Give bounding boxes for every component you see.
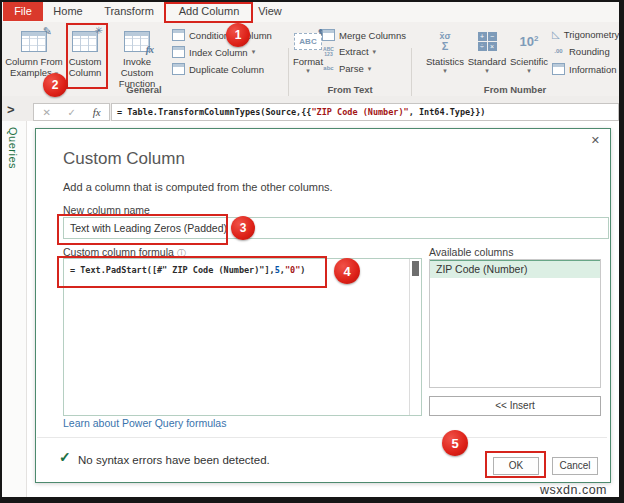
tab-home[interactable]: Home — [48, 2, 88, 21]
statistics-sigma-icon: x̄σΣ — [439, 31, 450, 52]
close-icon[interactable]: ✕ — [591, 134, 600, 147]
rounding-button[interactable]: .00 Rounding — [552, 46, 610, 57]
duplicate-column-icon — [172, 63, 185, 75]
extract-abc123-icon: ABC123 — [322, 47, 335, 57]
standard-operators-icon: +−÷× — [478, 32, 497, 51]
button-label: Format — [293, 56, 323, 67]
invoke-custom-function-button[interactable]: fx Invoke Custom Function — [106, 26, 168, 89]
learn-formulas-link[interactable]: Learn about Power Query formulas — [63, 417, 226, 429]
dialog-title: Custom Column — [63, 149, 185, 169]
annotation-box-custom-column-button — [66, 23, 108, 89]
conditional-column-icon — [172, 29, 185, 41]
no-error-check-icon: ✓ — [59, 449, 71, 465]
duplicate-column-button[interactable]: Duplicate Column — [172, 63, 264, 75]
annotation-box-add-column-tab — [164, 2, 253, 23]
button-label: Scientific — [510, 56, 548, 67]
custom-column-dialog: ✕ Custom Column Add a column that is com… — [35, 128, 611, 483]
trigonometry-icon: ◺ — [552, 30, 560, 40]
commit-formula-icon[interactable]: ✓ — [68, 107, 76, 118]
step-badge-1: 1 — [226, 23, 250, 47]
step-badge-3: 3 — [231, 216, 255, 240]
parse-button[interactable]: abc Parse ▾ — [322, 63, 371, 74]
frame-border — [0, 0, 2, 503]
step-badge-2: 2 — [43, 73, 67, 97]
information-icon — [552, 63, 565, 75]
insert-button[interactable]: << Insert — [429, 396, 601, 416]
information-button[interactable]: Information — [552, 63, 617, 75]
table-fx-icon: fx — [124, 31, 150, 52]
step-badge-4: 4 — [334, 258, 360, 284]
fx-icon: fx — [93, 106, 101, 118]
frame-border — [619, 0, 624, 503]
frame-border — [0, 0, 624, 2]
tab-view[interactable]: View — [252, 2, 288, 21]
expand-pane-chevron-icon[interactable]: > — [7, 102, 15, 117]
group-label-from-text: From Text — [292, 84, 408, 95]
index-column-icon — [172, 46, 185, 58]
available-columns-label: Available columns — [429, 246, 513, 258]
dropdown-arrow-icon: ▾ — [373, 48, 377, 56]
ten-squared-icon: 102 — [520, 32, 539, 49]
queries-pane-title: Queries — [7, 127, 19, 169]
cancel-button[interactable]: Cancel — [552, 457, 598, 475]
annotation-box-formula — [57, 256, 327, 288]
parse-abc-icon: abc — [322, 66, 335, 71]
syntax-status-text: No syntax errors have been detected. — [78, 454, 270, 466]
index-column-button[interactable]: Index Column ▾ — [172, 46, 255, 58]
table-pencil-icon: ✎ — [21, 31, 47, 52]
formula-bar-controls: ✕ ✓ fx — [33, 103, 110, 121]
standard-button[interactable]: +−÷× Standard ▾ — [466, 26, 508, 75]
scientific-button[interactable]: 102 Scientific ▾ — [508, 26, 550, 75]
button-label: Invoke Custom — [106, 56, 168, 78]
formula-bar-input[interactable]: = Table.TransformColumnTypes(Source,{{"Z… — [111, 103, 619, 121]
list-item-selected[interactable]: ZIP Code (Number) — [430, 260, 600, 278]
conditional-column-button[interactable]: Conditional Column — [172, 29, 272, 41]
tab-file[interactable]: File — [3, 2, 43, 21]
dropdown-arrow-icon: ▾ — [368, 65, 372, 73]
trigonometry-button[interactable]: ◺ Trigonometry — [552, 29, 619, 40]
format-button[interactable]: ABC✎ Format ▾ — [290, 26, 326, 75]
available-columns-list[interactable]: ZIP Code (Number) — [429, 259, 601, 388]
step-badge-5: 5 — [442, 430, 468, 456]
rounding-icon: .00 — [552, 49, 565, 54]
statistics-button[interactable]: x̄σΣ Statistics ▾ — [424, 26, 466, 75]
dropdown-arrow-icon: ▾ — [306, 67, 310, 75]
cancel-formula-icon[interactable]: ✕ — [42, 107, 50, 118]
dropdown-arrow-icon: ▾ — [485, 67, 489, 75]
dropdown-arrow-icon: ▾ — [527, 67, 531, 75]
merge-columns-button[interactable]: Merge Columns — [322, 29, 406, 41]
merge-columns-icon — [322, 29, 335, 41]
format-abc-icon: ABC✎ — [294, 33, 322, 50]
watermark: wsxdn.com — [540, 483, 607, 497]
scrollbar-thumb[interactable] — [412, 261, 419, 276]
column-from-examples-button[interactable]: ✎ Column From Examples ▾ — [4, 26, 64, 78]
power-query-editor-window: File Home Transform Add Column View ✎ Co… — [0, 0, 624, 503]
dropdown-arrow-icon: ▾ — [443, 67, 447, 75]
frame-border — [0, 497, 624, 503]
annotation-box-ok-button — [485, 451, 546, 478]
button-label: Column From — [5, 56, 63, 67]
button-label: Statistics — [426, 56, 464, 67]
group-label-from-number: From Number — [415, 84, 615, 95]
ribbon-tab-strip: File Home Transform Add Column View — [2, 2, 619, 22]
tab-transform[interactable]: Transform — [96, 2, 162, 21]
footer-divider — [37, 437, 607, 438]
annotation-box-new-column-name — [57, 214, 228, 245]
dropdown-arrow-icon: ▾ — [252, 48, 256, 56]
dialog-description: Add a column that is computed from the o… — [63, 181, 333, 193]
button-label: Standard — [468, 56, 507, 67]
queries-pane-collapsed[interactable] — [2, 121, 27, 497]
scrollbar-track — [409, 259, 410, 415]
extract-button[interactable]: ABC123 Extract ▾ — [322, 46, 376, 57]
